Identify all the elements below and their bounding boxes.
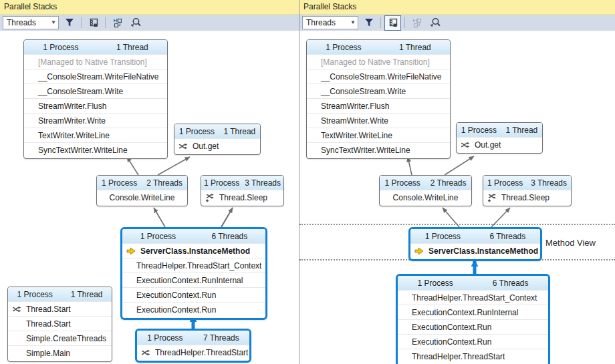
frame-label: Thread.Start <box>26 305 71 314</box>
zigzag-threads-icon <box>12 305 22 313</box>
stack-box-header: 1 Process 1 Thread <box>174 124 260 138</box>
stack-frame[interactable]: Thread.Sleep <box>483 190 571 204</box>
stack-frame[interactable]: __ConsoleStream.WriteFileNative <box>307 69 450 83</box>
stack-frame[interactable]: ExecutionContext.Run <box>122 302 265 317</box>
frame-label: __ConsoleStream.WriteFileNative <box>38 72 159 81</box>
stack-frame[interactable]: [Managed to Native Transition] <box>24 54 167 69</box>
autoscroll-current-frame-button[interactable] <box>109 15 126 31</box>
method-view-toggle-button[interactable] <box>85 15 102 31</box>
thread-count: 3 Threads <box>245 178 281 188</box>
thread-count: 1 Thread <box>505 126 537 135</box>
zoom-magnifier-icon <box>130 17 142 28</box>
filter-funnel-icon <box>364 17 374 28</box>
stack-frame-current[interactable]: ServerClass.InstanceMethod <box>410 243 540 258</box>
stack-box-console-writeline[interactable]: 1 Process 2 Threads Console.WriteLine <box>379 175 472 206</box>
stack-frame[interactable]: Console.WriteLine <box>380 190 471 204</box>
stack-frame[interactable]: StreamWriter.Write <box>307 113 450 128</box>
stack-box-thread-sleep[interactable]: 1 Process 3 Threads Thread.Sleep <box>483 175 572 206</box>
stack-frame[interactable]: Thread.Start <box>8 316 112 331</box>
stack-frame[interactable]: StreamWriter.Write <box>24 113 167 128</box>
frame-label: __ConsoleStream.Write <box>321 87 406 96</box>
panel-title: Parallel Stacks <box>299 0 615 15</box>
stack-frame[interactable]: __ConsoleStream.Write <box>307 83 450 98</box>
stack-box-header: 1 Process 6 Threads <box>398 276 548 290</box>
frame-label: ThreadHelper.ThreadStart_Context <box>412 293 537 303</box>
process-count: 1 Process <box>326 43 361 52</box>
stack-frame[interactable]: Simple.CreateThreads <box>8 331 112 345</box>
current-frame-yellow-arrow-icon <box>126 247 136 255</box>
stack-frame[interactable]: ExecutionContext.RunInternal <box>122 272 265 287</box>
stack-box-header: 1 Process 2 Threads <box>97 176 187 190</box>
thread-count: 3 Threads <box>531 178 567 188</box>
thread-count: 6 Threads <box>489 232 525 241</box>
stack-box-header: 1 Process 6 Threads <box>410 229 540 243</box>
frame-label: ExecutionContext.Run <box>412 323 491 332</box>
stack-box-serverclass[interactable]: 1 Process 6 Threads ServerClass.Instance… <box>120 227 267 320</box>
frame-label: ExecutionContext.Run <box>136 291 216 300</box>
stack-frame[interactable]: SyncTextWriter.WriteLine <box>24 142 167 157</box>
stack-frame-current[interactable]: ServerClass.InstanceMethod <box>122 243 265 258</box>
stack-frame[interactable]: ExecutionContext.RunInternal <box>398 305 548 319</box>
stack-frame[interactable]: ThreadHelper.ThreadStart_Context <box>122 258 265 272</box>
method-view-toggle-button[interactable] <box>384 15 401 31</box>
thread-count: 2 Threads <box>430 178 467 188</box>
filter-funnel-icon <box>64 17 75 28</box>
frame-label: ExecutionContext.Run <box>412 337 491 347</box>
stack-frame[interactable]: StreamWriter.Flush <box>307 98 450 113</box>
stack-frame[interactable]: [Managed to Native Transition] <box>307 54 450 69</box>
zoom-control-toggle-button[interactable] <box>427 15 444 31</box>
stack-frame[interactable]: TextWriter.WriteLine <box>24 128 167 142</box>
stack-frame[interactable]: ThreadHelper.ThreadStart <box>137 345 249 359</box>
stack-frame[interactable]: __ConsoleStream.Write <box>24 83 167 98</box>
thread-count: 6 Threads <box>493 279 529 288</box>
filter-threads-button[interactable] <box>61 15 78 31</box>
stack-box-threadstart[interactable]: 1 Process 7 Threads ThreadHelper.ThreadS… <box>135 329 251 363</box>
zoom-control-toggle-button[interactable] <box>128 15 144 31</box>
frame-label: [Managed to Native Transition] <box>321 57 430 67</box>
stack-box-header: 1 Process 1 Thread <box>24 40 167 54</box>
threads-view-label: Threads <box>306 18 336 27</box>
stack-box-main[interactable]: 1 Process 1 Thread Thread.Start Thread.S… <box>7 287 112 362</box>
threads-view-label: Threads <box>7 18 36 27</box>
threads-view-select[interactable]: Threads ▼ <box>3 16 59 29</box>
stack-frame[interactable]: ExecutionContext.Run <box>122 287 265 302</box>
stack-frame[interactable]: ThreadHelper.ThreadStart <box>398 349 548 363</box>
stack-frame[interactable]: __ConsoleStream.WriteFileNative <box>24 69 167 83</box>
frame-label: ExecutionContext.RunInternal <box>136 276 243 285</box>
stack-frame[interactable]: Out.get <box>457 137 542 152</box>
stack-frame[interactable]: SyncTextWriter.WriteLine <box>307 142 450 157</box>
toolbar-separator <box>105 17 106 28</box>
toolbar-separator <box>404 17 405 28</box>
thread-count: 7 Threads <box>203 333 239 343</box>
chevron-down-icon: ▼ <box>350 20 356 25</box>
stack-box-callers[interactable]: 1 Process 6 Threads ThreadHelper.ThreadS… <box>396 274 550 364</box>
stack-frame[interactable]: Thread.Sleep <box>201 190 283 204</box>
stack-box-header: 1 Process 1 Thread <box>8 287 112 301</box>
panel-title: Parallel Stacks <box>0 0 299 15</box>
threads-view-select[interactable]: Threads ▼ <box>302 16 358 29</box>
filter-threads-button[interactable] <box>360 15 377 31</box>
stack-frame[interactable]: Out.get <box>174 138 260 153</box>
stack-box-thread-sleep[interactable]: 1 Process 3 Threads Thread.Sleep <box>201 175 284 206</box>
frame-label: Out.get <box>475 140 501 150</box>
stack-box-output[interactable]: 1 Process 1 Thread [Managed to Native Tr… <box>306 39 451 159</box>
frame-label: Out.get <box>193 142 219 151</box>
stack-box-method-serverclass[interactable]: 1 Process 6 Threads ServerClass.Instance… <box>408 227 542 261</box>
stack-frame[interactable]: StreamWriter.Flush <box>24 98 167 113</box>
stack-box-out-get[interactable]: 1 Process 1 Thread Out.get <box>456 122 543 154</box>
stack-frame[interactable]: ExecutionContext.Run <box>398 334 548 349</box>
stack-box-output[interactable]: 1 Process 1 Thread [Managed to Native Tr… <box>23 39 168 159</box>
stack-frame[interactable]: Simple.Main <box>8 345 112 360</box>
stack-frame[interactable]: ThreadHelper.ThreadStart_Context <box>398 290 548 305</box>
zigzag-threads-plus-icon <box>205 192 215 202</box>
frame-label: TextWriter.WriteLine <box>38 131 110 140</box>
stack-box-console-writeline[interactable]: 1 Process 2 Threads Console.WriteLine <box>96 175 188 206</box>
stack-frame[interactable]: ExecutionContext.Run <box>398 319 548 334</box>
frame-label: SyncTextWriter.WriteLine <box>321 146 410 155</box>
method-view-toggle-icon <box>88 17 99 28</box>
stack-frame[interactable]: Console.WriteLine <box>97 190 187 204</box>
stack-box-header: 1 Process 6 Threads <box>122 229 265 243</box>
stack-box-out-get[interactable]: 1 Process 1 Thread Out.get <box>174 124 261 155</box>
stack-frame[interactable]: Thread.Start <box>8 301 112 316</box>
stack-frame[interactable]: TextWriter.WriteLine <box>307 128 450 142</box>
